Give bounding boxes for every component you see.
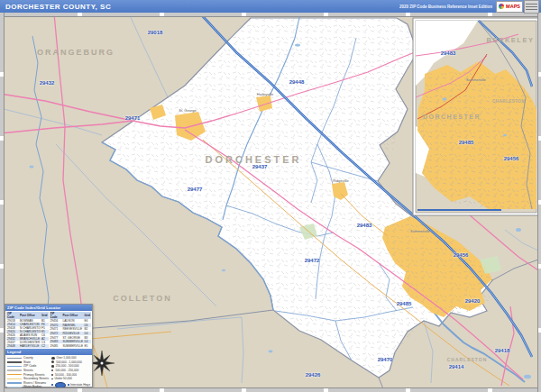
logo-side-panel	[524, 0, 539, 14]
highway-shield-label: Interstate Hwys	[70, 383, 90, 387]
zip-index-right: ZIP Code Post Office Grid 29456LADSONE42…	[50, 312, 92, 348]
legend-population-classes: Over 1,000,000500,000 - 1,000,000250,000…	[51, 356, 90, 392]
index-cell: 29485	[50, 343, 62, 348]
legend-line-swatch	[7, 374, 22, 376]
legend-line-swatch	[7, 369, 22, 371]
population-class-label: Under 50,000	[55, 377, 72, 380]
legend-line-label: County	[23, 356, 33, 360]
index-cell: SUMMERVILLE	[61, 343, 83, 348]
index-header-zip: ZIP Code	[50, 312, 62, 319]
inset-map	[413, 18, 538, 215]
index-row: 29448HARLEYVILLEC2	[6, 344, 49, 348]
population-dot-icon	[51, 357, 54, 360]
legend-line-swatch	[7, 358, 22, 360]
population-class-label: 50,000 - 100,000	[55, 373, 77, 377]
population-class-label: 100,000 - 250,000	[55, 369, 78, 372]
index-row: 29485SUMMERVILLEE5	[50, 343, 92, 348]
population-dot-icon	[51, 365, 54, 368]
index-header-name: Post Office	[19, 312, 41, 319]
population-dot-icon	[51, 369, 53, 371]
legend-title: ZIP Code Index/Grid Locator	[5, 305, 92, 311]
index-cell: SUMMERVILLE	[61, 340, 83, 344]
index-cell: 29448	[6, 344, 19, 348]
index-header-grid: Grid	[83, 312, 91, 319]
index-header-grid: Grid	[41, 312, 49, 319]
legend-panel: ZIP Code Index/Grid Locator ZIP Code Pos…	[5, 304, 93, 387]
legend-line-label: Streets	[23, 369, 33, 372]
legend-line-label: Secondary Streets	[23, 377, 49, 380]
map-frame-bottom	[0, 387, 541, 392]
zip-index-table: ZIP Code Post Office Grid 29018BOWMANB12…	[5, 311, 92, 349]
legend-line-symbols: CountyStateZIP CodeStreetsPrimary Street…	[7, 356, 50, 392]
population-dot-icon	[51, 374, 53, 376]
population-dot-icon	[51, 378, 52, 379]
map-frame-left	[0, 13, 5, 392]
map-frame-top	[0, 13, 541, 17]
index-header-name: Post Office	[61, 312, 83, 319]
legend-line-swatch	[7, 361, 22, 363]
page-title: DORCHESTER COUNTY, SC	[0, 3, 111, 11]
index-cell: E5	[83, 343, 91, 348]
legend-subtitle: Legend	[5, 349, 92, 355]
legend-line-swatch	[7, 378, 22, 380]
index-row: 29456LADSONE4	[50, 319, 92, 324]
population-class-item: Under 50,000	[51, 377, 90, 381]
legend-line-label: ZIP Code	[23, 364, 36, 368]
population-class-label: Over 1,000,000	[57, 356, 77, 360]
map-document: { "header": { "title": "DORCHESTER COUNT…	[0, 0, 541, 392]
index-header-zip: ZIP Code	[6, 312, 19, 319]
index-cell: C2	[41, 344, 49, 348]
legend-line-label: State	[23, 360, 31, 364]
index-row: 29483SUMMERVILLED4	[50, 340, 92, 344]
index-row: 29472RIDGEVILLED4	[50, 332, 92, 336]
legend-line-label: Primary Streets	[23, 373, 44, 377]
edition-label: 2020 ZIP Code Business Reference Inset E…	[399, 5, 496, 9]
index-cell: HARLEYVILLE	[19, 344, 41, 348]
population-class-label: 500,000 - 1,000,000	[56, 360, 82, 364]
population-dot-icon	[51, 360, 54, 363]
globe-icon	[499, 4, 504, 9]
legend-line-label: Rivers / Streams	[23, 381, 46, 385]
population-class-label: 250,000 - 500,000	[56, 364, 79, 368]
title-bar: DORCHESTER COUNTY, SC 2020 ZIP Code Busi…	[0, 0, 541, 13]
map-frame-right	[537, 13, 541, 392]
legend-line-swatch	[7, 382, 22, 384]
legend-line-swatch	[7, 366, 22, 368]
publisher-logo: MAPS	[496, 1, 523, 13]
zip-index-left: ZIP Code Post Office Grid 29018BOWMANB12…	[6, 312, 49, 348]
logo-text: MAPS	[506, 4, 520, 9]
